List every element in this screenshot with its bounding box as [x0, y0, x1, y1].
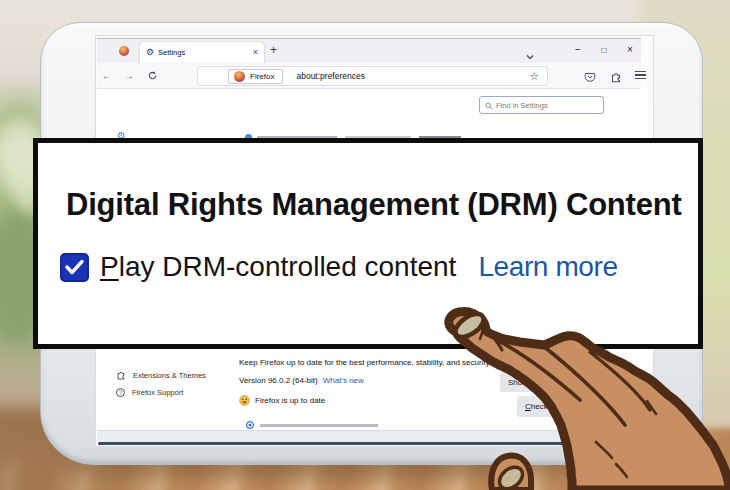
version-text: Version 96.0.2 (64-bit) — [239, 376, 318, 385]
update-option-row-clipped[interactable] — [246, 421, 378, 429]
reload-button[interactable] — [148, 69, 157, 80]
sidebar-item-label: Extensions & Themes — [133, 371, 206, 380]
find-in-settings-input[interactable]: Find in Settings — [479, 96, 604, 114]
drm-checkbox[interactable] — [60, 253, 89, 282]
window-minimize-button[interactable]: − — [571, 42, 585, 58]
forward-button[interactable]: → — [124, 69, 134, 83]
back-button[interactable]: ← — [102, 69, 112, 83]
updates-version: Version 96.0.2 (64-bit)What's new — [239, 376, 364, 385]
bookmark-star-icon[interactable]: ☆ — [529, 70, 539, 83]
update-status-text: Firefox is up to date — [255, 396, 325, 405]
drm-checkbox-label[interactable]: Play DRM-controlled content — [100, 251, 456, 283]
radio-icon — [246, 421, 254, 429]
firefox-logo-icon — [119, 46, 129, 56]
pocket-icon[interactable] — [584, 69, 596, 87]
scene: ⚙ Settings × + − □ × ← → Firefox — [0, 0, 730, 490]
tab-close-icon[interactable]: × — [253, 48, 258, 57]
identity-label: Firefox — [250, 72, 274, 81]
sidebar-item-label: Firefox Support — [132, 388, 183, 397]
sidebar-item-extensions-themes[interactable]: Extensions & Themes — [116, 370, 206, 380]
clipped-radio-label — [260, 424, 378, 427]
find-placeholder: Find in Settings — [496, 101, 548, 110]
puzzle-icon — [116, 370, 126, 380]
smiley-emoji-icon — [239, 395, 250, 406]
label-rest: lay DRM-controlled content — [119, 251, 457, 282]
url-text: about:preferences — [296, 71, 529, 81]
gear-icon: ⚙ — [146, 48, 154, 57]
search-icon — [485, 96, 493, 114]
tab-settings[interactable]: ⚙ Settings × — [140, 42, 264, 63]
identity-chip[interactable]: Firefox — [228, 69, 283, 84]
navigation-toolbar: ← → Firefox about:preferences ☆ — [97, 63, 641, 89]
drm-checkbox-row: Play DRM-controlled content Learn more — [60, 251, 618, 283]
new-tab-button[interactable]: + — [270, 44, 277, 56]
checkmark-icon — [64, 257, 85, 278]
drm-section-title: Digital Rights Management (DRM) Content — [66, 187, 682, 223]
tab-title: Settings — [158, 48, 249, 57]
whats-new-link[interactable]: What's new — [323, 376, 364, 385]
window-maximize-button[interactable]: □ — [597, 42, 611, 59]
url-bar[interactable]: Firefox about:preferences ☆ — [197, 66, 548, 86]
tab-bar: ⚙ Settings × + − □ × — [97, 39, 641, 63]
learn-more-link[interactable]: Learn more — [478, 251, 617, 283]
extensions-icon[interactable] — [610, 69, 622, 87]
updates-status: Firefox is up to date — [239, 395, 325, 406]
accesskey-letter: P — [100, 251, 119, 282]
window-close-button[interactable]: × — [623, 42, 637, 58]
menu-hamburger-icon[interactable] — [635, 71, 646, 81]
sidebar-item-firefox-support[interactable]: ? Firefox Support — [116, 388, 183, 397]
question-icon: ? — [116, 388, 125, 397]
pointing-hand-illustration — [440, 300, 730, 490]
firefox-logo-icon — [234, 71, 245, 82]
